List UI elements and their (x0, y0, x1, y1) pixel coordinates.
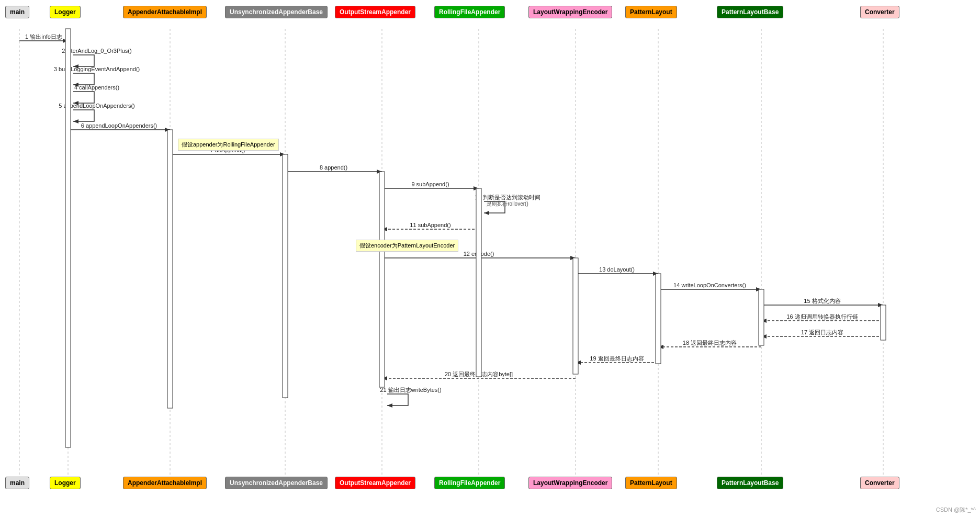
svg-marker-61 (576, 361, 581, 365)
actor-top-main: main (5, 6, 29, 18)
actor-bottom-main: main (5, 477, 29, 489)
svg-marker-52 (761, 319, 767, 323)
actor-top-outputStreamAppender: OutputStreamAppender (335, 6, 415, 18)
note-1: 假设encoder为PatternLayoutEncoder (356, 240, 458, 252)
actor-bottom-patternLayout: PatternLayout (625, 477, 677, 489)
svg-text:1 输出info日志: 1 输出info日志 (25, 33, 62, 40)
actor-top-unsynchronizedAppenderBase: UnsynchronizedAppenderBase (225, 6, 328, 18)
actor-top-patternLayout: PatternLayout (625, 6, 677, 18)
svg-rect-72 (476, 188, 481, 377)
actor-top-converter: Converter (860, 6, 899, 18)
svg-text:17 返回日志内容: 17 返回日志内容 (801, 329, 843, 335)
svg-marker-58 (658, 345, 663, 349)
svg-text:3 buildLoggingEventAndAppend(): 3 buildLoggingEventAndAppend() (54, 66, 140, 72)
svg-text:5 appendLoopOnAppenders(): 5 appendLoopOnAppenders() (59, 103, 135, 109)
actor-top-rollingFileAppender: RollingFileAppender (434, 6, 505, 18)
actor-top-patternLayoutBase: PatternLayoutBase (717, 6, 783, 18)
svg-rect-68 (65, 29, 71, 447)
actor-bottom-patternLayoutBase: PatternLayoutBase (717, 477, 783, 489)
svg-marker-64 (382, 376, 387, 380)
svg-marker-31 (474, 186, 479, 190)
svg-marker-46 (756, 287, 761, 291)
svg-rect-74 (656, 274, 661, 364)
svg-text:13 doLayout(): 13 doLayout() (599, 266, 635, 273)
watermark: CSDN @陈*_*^ (936, 506, 976, 514)
svg-text:21 输出日志writeBytes(): 21 输出日志writeBytes() (380, 387, 441, 393)
actor-bottom-outputStreamAppender: OutputStreamAppender (335, 477, 415, 489)
svg-rect-76 (881, 305, 886, 340)
svg-marker-55 (761, 334, 767, 339)
svg-rect-70 (283, 154, 288, 398)
svg-text:18 返回最终日志内容: 18 返回最终日志内容 (683, 340, 737, 346)
svg-marker-15 (73, 83, 78, 87)
svg-marker-19 (73, 119, 78, 123)
svg-marker-17 (73, 101, 78, 105)
svg-marker-22 (165, 128, 170, 132)
svg-marker-37 (382, 227, 387, 231)
svg-text:15 格式化内容: 15 格式化内容 (804, 298, 840, 304)
actor-top-logger: Logger (50, 6, 81, 18)
svg-marker-33 (484, 211, 489, 215)
actor-bottom-layoutWrappingEncoder: LayoutWrappingEncoder (528, 477, 612, 489)
actor-bottom-rollingFileAppender: RollingFileAppender (434, 477, 505, 489)
svg-text:2 filterAndLog_0_Or3Plus(): 2 filterAndLog_0_Or3Plus() (62, 48, 131, 54)
actor-bottom-appenderAttachableImpl: AppenderAttachableImpl (123, 477, 207, 489)
svg-text:6 appendLoopOnAppenders(): 6 appendLoopOnAppenders() (81, 122, 157, 129)
svg-marker-66 (387, 403, 392, 408)
svg-rect-73 (573, 258, 578, 374)
svg-text:是则执行rollover(): 是则执行rollover() (487, 201, 528, 207)
svg-text:4 callAppenders(): 4 callAppenders() (74, 84, 119, 91)
actor-top-layoutWrappingEncoder: LayoutWrappingEncoder (528, 6, 612, 18)
actor-top-appenderAttachableImpl: AppenderAttachableImpl (123, 6, 207, 18)
diagram: 1 输出info日志2 filterAndLog_0_Or3Plus()3 bu… (0, 0, 980, 518)
svg-text:14 writeLoopOnConverters(): 14 writeLoopOnConverters() (673, 282, 746, 288)
svg-rect-75 (759, 289, 764, 345)
svg-text:16 递归调用转换器执行行链: 16 递归调用转换器执行行链 (786, 313, 858, 320)
svg-marker-25 (280, 152, 285, 156)
svg-text:19 返回最终日志内容: 19 返回最终日志内容 (590, 355, 644, 362)
sequence-diagram-svg: 1 输出info日志2 filterAndLog_0_Or3Plus()3 bu… (0, 0, 980, 518)
actor-bottom-logger: Logger (50, 477, 81, 489)
svg-text:8 append(): 8 append() (320, 164, 347, 171)
svg-text:20 返回最终日志内容byte[]: 20 返回最终日志内容byte[] (445, 371, 513, 377)
svg-rect-69 (167, 130, 173, 408)
svg-rect-71 (379, 172, 385, 387)
svg-text:10 判断是否达到滚动时间: 10 判断是否达到滚动时间 (475, 194, 540, 200)
svg-marker-49 (878, 303, 883, 307)
svg-marker-43 (653, 272, 658, 276)
actor-bottom-converter: Converter (860, 477, 899, 489)
svg-marker-40 (570, 256, 576, 260)
svg-marker-13 (73, 64, 78, 69)
svg-text:11 subAppend(): 11 subAppend() (410, 222, 450, 228)
note-0: 假设appender为RollingFileAppender (178, 139, 279, 151)
svg-text:12 encode(): 12 encode() (464, 251, 494, 257)
svg-text:9 subAppend(): 9 subAppend() (411, 181, 449, 187)
svg-marker-28 (377, 170, 382, 174)
svg-marker-11 (63, 39, 68, 43)
actor-bottom-unsynchronizedAppenderBase: UnsynchronizedAppenderBase (225, 477, 328, 489)
